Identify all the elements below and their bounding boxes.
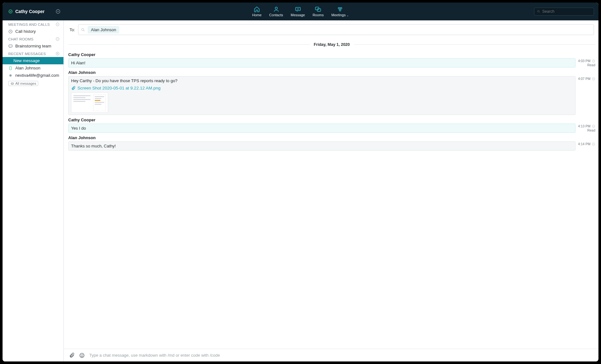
sidebar-new-message[interactable]: New message (3, 57, 63, 64)
sidebar-call-history[interactable]: Call history (3, 28, 63, 35)
composer-input[interactable] (89, 353, 593, 358)
chat-bubble-icon (8, 44, 13, 48)
global-search[interactable] (534, 8, 594, 16)
inbox-icon (11, 82, 14, 85)
contacts-icon (273, 6, 279, 12)
svg-point-9 (338, 7, 340, 9)
message-sender: Cathy Cooper (68, 52, 595, 58)
recipient-bar: To: Alan Johnson (64, 20, 598, 38)
svg-point-4 (297, 9, 297, 9)
unknown-presence-icon (8, 73, 13, 78)
message-options-icon[interactable] (592, 77, 595, 81)
sidebar-all-messages-label: All messages (15, 82, 36, 85)
mobile-presence-icon (8, 66, 13, 70)
nav-contacts[interactable]: Contacts (269, 6, 283, 17)
sidebar: MEETINGS AND CALLS Call history CHAT ROO… (3, 20, 64, 361)
current-user-name: Cathy Cooper (15, 9, 45, 14)
sidebar-section-chatrooms: CHAT ROOMS (3, 35, 63, 42)
message-time: 4:14 PM (578, 142, 590, 146)
attachment-thumbnail[interactable] (71, 92, 108, 113)
recipient-chip[interactable]: Alan Johnson (88, 26, 119, 33)
message-options-icon[interactable] (592, 125, 595, 128)
sidebar-contact-label: nextiva4life@gmail.com (15, 73, 59, 78)
nav-message-label: Message (291, 13, 305, 17)
message-group: Cathy Cooper Hi Alan! 4:03 PM Read (68, 52, 595, 68)
recipient-field[interactable]: Alan Johnson (78, 24, 594, 35)
sidebar-contact-label: Alan Johnson (15, 66, 40, 70)
sidebar-section-meetings: MEETINGS AND CALLS (3, 20, 63, 28)
search-icon (81, 28, 85, 32)
emoji-button[interactable] (79, 353, 85, 358)
svg-point-11 (339, 10, 341, 11)
message-sender: Cathy Cooper (68, 117, 595, 124)
main-nav: Home Contacts Message Rooms Meetings ⌄ (252, 6, 349, 17)
svg-point-5 (298, 9, 298, 9)
home-icon (254, 6, 260, 12)
sidebar-new-message-label: New message (13, 58, 40, 63)
svg-point-28 (83, 354, 83, 355)
sidebar-section-recent: RECENT MESSAGES (3, 50, 63, 57)
svg-point-12 (538, 10, 539, 12)
message-bubble: Thanks so much, Cathy! (68, 141, 575, 151)
nav-meetings-label: Meetings ⌄ (331, 13, 349, 17)
sidebar-room-label: Brainstorming team (15, 44, 51, 48)
message-status: Read (587, 128, 595, 132)
nav-contacts-label: Contacts (269, 13, 283, 17)
attach-button[interactable] (69, 353, 75, 358)
message-bubble: Hey Carthy - Do you have those TPS repor… (68, 76, 575, 115)
sidebar-contact-alan[interactable]: Alan Johnson (3, 64, 63, 72)
svg-point-19 (10, 74, 12, 76)
top-bar: Cathy Cooper Home Contacts Message Rooms (3, 3, 598, 20)
clock-icon (8, 29, 13, 34)
svg-point-21 (82, 28, 84, 31)
message-group: Cathy Cooper Yes I do 4:13 PM Read (68, 117, 595, 133)
paperclip-icon (71, 86, 76, 90)
nav-rooms[interactable]: Rooms (312, 6, 324, 17)
presence-available-icon (8, 9, 13, 14)
message-time: 4:13 PM (578, 124, 590, 128)
svg-rect-18 (10, 66, 11, 70)
section-menu-icon[interactable] (55, 37, 60, 41)
svg-rect-16 (9, 45, 12, 47)
search-icon (537, 10, 540, 13)
sidebar-room-brainstorming[interactable]: Brainstorming team (3, 42, 63, 50)
message-group: Alan Johnson Thanks so much, Cathy! 4:14… (68, 135, 595, 151)
svg-point-10 (340, 7, 342, 9)
date-separator: Friday, May 1, 2020 (68, 41, 595, 47)
nav-home-label: Home (252, 13, 261, 17)
nav-rooms-label: Rooms (312, 13, 324, 17)
message-bubble: Hi Alan! (68, 58, 575, 68)
message-options-icon[interactable] (592, 59, 595, 63)
nav-meetings[interactable]: Meetings ⌄ (331, 6, 349, 17)
composer (64, 349, 598, 361)
global-search-input[interactable] (542, 9, 591, 14)
message-options-icon[interactable] (592, 142, 595, 146)
presence-menu-icon[interactable] (55, 9, 61, 14)
message-time: 4:07 PM (578, 77, 590, 81)
conversation-scroll[interactable]: Friday, May 1, 2020 Cathy Cooper Hi Alan… (64, 38, 598, 349)
nav-message[interactable]: Message (291, 6, 305, 17)
sidebar-call-history-label: Call history (15, 29, 36, 34)
rooms-icon (315, 6, 321, 12)
message-text: Hey Carthy - Do you have those TPS repor… (71, 78, 573, 83)
svg-point-27 (81, 354, 82, 355)
sidebar-all-messages[interactable]: All messages (8, 81, 38, 86)
nav-home[interactable]: Home (252, 6, 261, 17)
attachment-filename: Screen Shot 2020-05-01 at 9.22.12 AM.png (77, 86, 160, 90)
message-sender: Alan Johnson (68, 135, 595, 141)
svg-point-26 (80, 353, 84, 358)
message-bubble: Yes I do (68, 124, 575, 133)
svg-point-6 (298, 9, 299, 9)
message-group: Alan Johnson Hey Carthy - Do you have th… (68, 69, 595, 115)
svg-point-2 (275, 7, 277, 9)
attachment-link[interactable]: Screen Shot 2020-05-01 at 9.22.12 AM.png (71, 83, 573, 92)
message-status: Read (587, 63, 595, 67)
meetings-icon (337, 6, 343, 12)
message-icon (295, 6, 301, 12)
message-sender: Alan Johnson (68, 69, 595, 76)
section-menu-icon[interactable] (55, 22, 60, 26)
main-panel: To: Alan Johnson Friday, May 1, 2020 Cat… (64, 20, 598, 361)
sidebar-contact-nextiva[interactable]: nextiva4life@gmail.com (3, 72, 63, 79)
to-label: To: (70, 27, 75, 32)
add-icon[interactable] (55, 52, 60, 56)
